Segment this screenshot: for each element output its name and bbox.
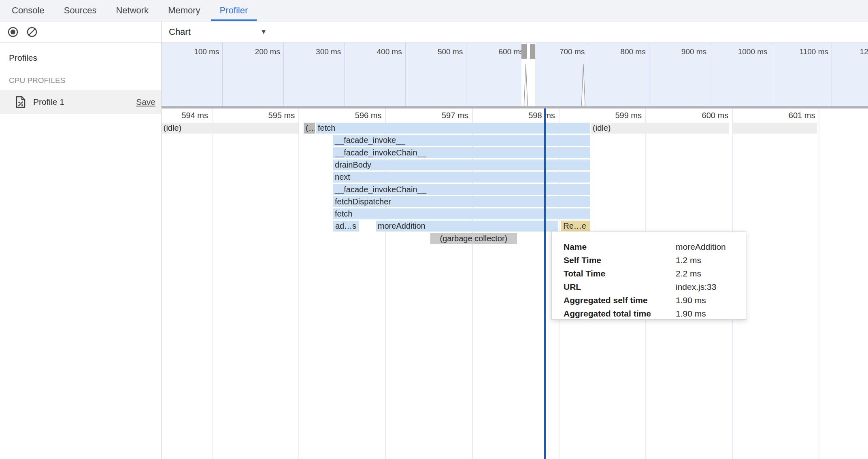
flame-bar-moreaddition[interactable]: moreAddition	[376, 221, 558, 232]
tooltip-row: Aggregated total time1.90 ms	[564, 307, 746, 320]
ruler-tick-label: 597 ms	[416, 111, 468, 120]
profile-name: Profile 1	[33, 97, 136, 107]
profiler-main-panel: Chart ▼ 100 ms200 ms300 ms400 ms500 ms60…	[162, 21, 868, 459]
tooltip-row: Self Time1.2 ms	[564, 253, 746, 267]
tab-label: Memory	[168, 5, 200, 16]
tooltip-field-label: Total Time	[564, 269, 676, 278]
flame-bar-idle[interactable]: (idle)	[162, 123, 298, 134]
view-mode-dropdown[interactable]: Chart ▼	[162, 27, 267, 37]
tooltip-row: URLindex.js:33	[564, 280, 746, 293]
ruler-tick-label: 600 ms	[676, 111, 728, 120]
detail-gridline	[819, 108, 819, 459]
profile-document-icon	[15, 96, 26, 108]
flame-bar-fetch[interactable]: fetch	[316, 123, 590, 134]
ruler-tick-label: 601 ms	[762, 111, 815, 120]
ruler-tick-label: 594 ms	[162, 111, 208, 120]
timeline-overview[interactable]: 100 ms200 ms300 ms400 ms500 ms600 ms700 …	[162, 43, 868, 106]
clear-profiles-button[interactable]	[27, 27, 37, 37]
frame-details-tooltip: NamemoreAdditionSelf Time1.2 msTotal Tim…	[551, 231, 746, 320]
flame-bar-bar[interactable]: (…	[304, 123, 315, 134]
flame-bar-re-e[interactable]: Re…e	[561, 221, 590, 232]
tab-sources[interactable]: Sources	[55, 0, 106, 21]
flame-bar-idle[interactable]: (idle)	[591, 123, 729, 134]
flame-chart: NamemoreAdditionSelf Time1.2 msTotal Tim…	[162, 108, 868, 459]
flame-bar-fetchdispatcher[interactable]: fetchDispatcher	[333, 196, 590, 207]
ruler-tick-label: 599 ms	[589, 111, 642, 120]
tooltip-field-value: 1.90 ms	[676, 295, 706, 305]
record-icon	[8, 27, 18, 37]
tab-label: Console	[12, 5, 45, 16]
selection-handle-right[interactable]	[530, 44, 535, 59]
ruler-tick-label: 596 ms	[329, 111, 381, 120]
sidebar-toolbar	[0, 21, 161, 43]
flame-bar-facade-invokechain[interactable]: __facade_invokeChain__	[333, 147, 590, 158]
profiler-sidebar: Profiles CPU PROFILES Profile 1 Save	[0, 21, 162, 459]
clear-icon	[27, 27, 37, 37]
flame-bar-garbage-collector[interactable]: (garbage collector)	[430, 233, 517, 244]
profiles-heading: Profiles	[9, 53, 161, 63]
profile-list-item[interactable]: Profile 1 Save	[0, 90, 161, 114]
cpu-activity-spikes	[162, 43, 868, 106]
tab-label: Network	[116, 5, 149, 16]
tooltip-field-label: Aggregated total time	[564, 309, 676, 319]
tooltip-row: Total Time2.2 ms	[564, 267, 746, 280]
active-tab-underline	[211, 19, 257, 21]
chevron-down-icon: ▼	[260, 28, 267, 36]
cpu-profiles-section-heading: CPU PROFILES	[9, 76, 161, 85]
tooltip-field-value: index.js:33	[676, 282, 716, 292]
devtools-tab-bar: ConsoleSourcesNetworkMemoryProfiler	[0, 0, 868, 21]
tooltip-field-value: moreAddition	[676, 242, 726, 252]
flame-bar-drainbody[interactable]: drainBody	[333, 159, 590, 170]
tab-network[interactable]: Network	[107, 0, 157, 21]
tooltip-field-value: 1.90 ms	[676, 309, 706, 319]
ruler-tick-label: 598 ms	[502, 111, 555, 120]
tab-label: Profiler	[220, 5, 248, 16]
tab-console[interactable]: Console	[3, 0, 53, 21]
tooltip-field-label: Aggregated self time	[564, 295, 676, 305]
tab-memory[interactable]: Memory	[159, 0, 209, 21]
tooltip-field-label: URL	[564, 282, 676, 292]
flame-bar-next[interactable]: next	[333, 172, 590, 183]
ruler-tick-label: 595 ms	[242, 111, 295, 120]
tab-label: Sources	[64, 5, 97, 16]
tooltip-field-label: Name	[564, 242, 676, 252]
chart-toolbar: Chart ▼	[162, 21, 868, 43]
detail-gridline	[212, 108, 213, 459]
tab-profiler[interactable]: Profiler	[211, 0, 257, 21]
tooltip-field-value: 2.2 ms	[676, 269, 701, 278]
detail-gridline	[298, 108, 299, 459]
flame-bar-idle[interactable]	[732, 123, 817, 134]
flame-bar-facade-invokechain[interactable]: __facade_invokeChain__	[333, 184, 590, 195]
save-profile-link[interactable]: Save	[136, 97, 155, 107]
record-profile-button[interactable]	[8, 27, 18, 37]
flame-bar-facade-invoke[interactable]: __facade_invoke__	[333, 135, 590, 146]
tooltip-row: Aggregated self time1.90 ms	[564, 293, 746, 307]
view-mode-value: Chart	[169, 27, 191, 37]
tooltip-row: NamemoreAddition	[564, 240, 746, 253]
flame-bar-fetch[interactable]: fetch	[333, 208, 590, 219]
tooltip-field-value: 1.2 ms	[676, 255, 701, 265]
selection-handle-left[interactable]	[521, 44, 527, 59]
current-time-playhead	[544, 108, 546, 459]
tooltip-field-label: Self Time	[564, 255, 676, 265]
flame-bar-ad-s[interactable]: ad…s	[333, 221, 359, 232]
